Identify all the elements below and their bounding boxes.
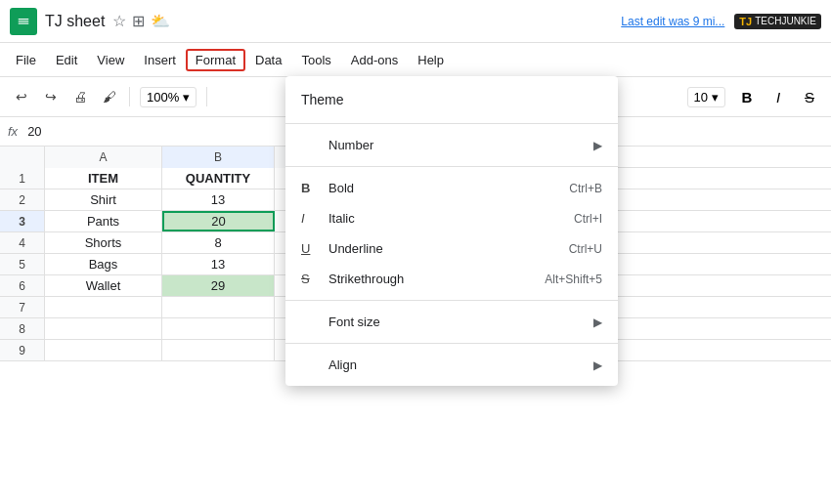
format-italic-item[interactable]: I Italic Ctrl+I [285,203,618,233]
formula-value: 20 [27,124,41,139]
document-title: TJ sheet [45,13,105,30]
cell-a3[interactable]: Pants [45,211,162,231]
menu-data[interactable]: Data [245,49,291,71]
fontsize-arrow: ▶ [593,315,602,329]
menu-insert[interactable]: Insert [134,49,186,71]
cell-b3[interactable]: 20 [162,211,275,231]
zoom-arrow: ▾ [183,90,190,105]
cell-a9[interactable] [45,340,162,360]
divider2 [285,166,618,167]
italic-icon: I [301,211,321,226]
menu-edit[interactable]: Edit [46,49,87,71]
cell-b2[interactable]: 13 [162,189,275,210]
row-num: 2 [0,189,45,210]
last-edit-text[interactable]: Last edit was 9 mi... [621,15,724,28]
svg-rect-1 [19,19,29,20]
format-theme-item[interactable]: Theme [285,82,618,117]
cell-b9[interactable] [162,340,275,360]
bold-label: Bold [328,181,569,195]
menu-file[interactable]: File [6,49,46,71]
svg-rect-3 [19,22,29,23]
menu-help[interactable]: Help [408,49,454,71]
cell-b7[interactable] [162,297,275,317]
redo-button[interactable]: ↪ [37,83,65,110]
underline-label: Underline [328,241,569,256]
font-size-value: 10 [694,90,708,105]
cell-a7[interactable] [45,297,162,317]
divider4 [285,343,618,344]
title-bar: TJ sheet ☆ ⊞ ⛅ Last edit was 9 mi... TJ … [0,0,831,43]
cloud-icon[interactable]: ⛅ [151,12,170,30]
italic-label: Italic [328,211,574,226]
undo-button[interactable]: ↩ [8,83,35,110]
divider3 [285,300,618,301]
star-icon[interactable]: ☆ [112,12,126,30]
folder-icon[interactable]: ⊞ [132,12,145,30]
number-arrow: ▶ [593,139,602,152]
separator2 [206,87,207,106]
menu-tools[interactable]: Tools [291,49,340,71]
cell-b8[interactable] [162,318,275,339]
theme-label: Theme [301,92,602,107]
strikethrough-icon: S [301,272,321,286]
paint-format-button[interactable]: 🖌 [96,83,123,110]
cell-b1[interactable]: QUANTITY [162,168,275,189]
menu-format[interactable]: Format [186,49,245,71]
format-strikethrough-item[interactable]: S Strikethrough Alt+Shift+5 [285,264,618,294]
italic-shortcut: Ctrl+I [574,212,602,226]
underline-icon: U [301,241,321,256]
fontsize-label: Font size [328,315,593,329]
cell-a8[interactable] [45,318,162,339]
italic-button[interactable]: I [765,83,792,110]
menu-addons[interactable]: Add-ons [341,49,408,71]
underline-shortcut: Ctrl+U [569,242,602,256]
cell-a6[interactable]: Wallet [45,275,162,296]
format-number-item[interactable]: Number ▶ [285,130,618,160]
row-num: 3 [0,211,45,231]
bold-button[interactable]: B [733,83,761,110]
format-align-item[interactable]: Align ▶ [285,350,618,380]
cell-a1[interactable]: ITEM [45,168,162,189]
techjunkie-label: TECHJUNKIE [755,16,816,26]
cell-b5[interactable]: 13 [162,254,275,274]
format-bold-item[interactable]: B Bold Ctrl+B [285,173,618,203]
cell-b4[interactable]: 8 [162,232,275,253]
zoom-value: 100% [147,90,179,105]
col-header-b[interactable]: B [162,147,275,168]
app-icon [10,8,37,35]
cell-b6[interactable]: 29 [162,275,275,296]
format-dropdown: Theme Number ▶ B Bold Ctrl+B I Italic Ct… [285,76,618,386]
row-num: 1 [0,168,45,189]
format-underline-item[interactable]: U Underline Ctrl+U [285,233,618,264]
row-num: 9 [0,340,45,360]
row-num: 8 [0,318,45,339]
format-fontsize-item[interactable]: Font size ▶ [285,307,618,337]
zoom-control[interactable]: 100% ▾ [140,87,197,107]
techjunkie-badge: TJ TECHJUNKIE [734,14,821,29]
align-label: Align [328,357,593,372]
font-size-arrow: ▾ [712,90,719,105]
strikethrough-shortcut: Alt+Shift+5 [545,273,602,286]
fx-label: fx [8,124,18,139]
title-icons: ☆ ⊞ ⛅ [112,12,170,30]
divider1 [285,123,618,124]
font-size-control[interactable]: 10 ▾ [687,87,725,107]
bold-icon: B [301,181,321,195]
align-arrow: ▶ [593,358,602,372]
svg-rect-2 [19,21,29,21]
cell-a2[interactable]: Shirt [45,189,162,210]
row-num: 6 [0,275,45,296]
strikethrough-button[interactable]: S [796,83,823,110]
col-header-a[interactable]: A [45,147,162,168]
number-label: Number [328,138,593,152]
row-num: 4 [0,232,45,253]
menu-view[interactable]: View [87,49,134,71]
print-button[interactable]: 🖨 [66,83,94,110]
separator1 [129,87,130,106]
cell-a5[interactable]: Bags [45,254,162,274]
menu-bar: File Edit View Insert Format Data Tools … [0,43,831,76]
row-num-header [0,147,45,168]
strikethrough-label: Strikethrough [328,272,545,286]
cell-a4[interactable]: Shorts [45,232,162,253]
bold-shortcut: Ctrl+B [569,182,602,195]
